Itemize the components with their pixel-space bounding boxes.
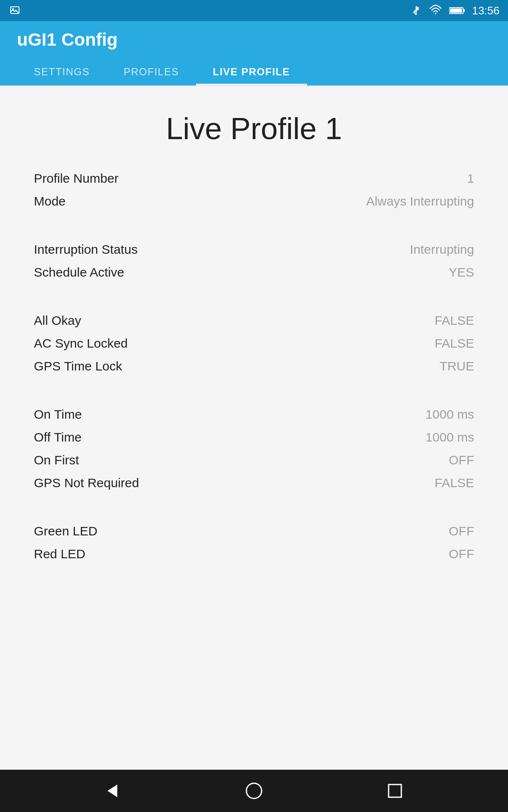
table-row: On Time 1000 ms	[25, 403, 483, 426]
green-led-value: OFF	[449, 524, 474, 538]
table-row: Green LED OFF	[25, 520, 483, 543]
status-bar-right: 13:56	[410, 4, 500, 17]
tab-live-profile[interactable]: LIVE PROFILE	[196, 58, 307, 85]
tabs-container: SETTINGS PROFILES LIVE PROFILE	[17, 58, 491, 85]
status-bar-left	[8, 5, 21, 16]
profile-section-3: All Okay FALSE AC Sync Locked FALSE GPS …	[25, 309, 483, 378]
table-row: Profile Number 1	[25, 167, 483, 190]
table-row: AC Sync Locked FALSE	[25, 332, 483, 355]
red-led-value: OFF	[449, 547, 474, 561]
svg-point-7	[246, 783, 262, 798]
all-okay-label: All Okay	[34, 313, 81, 328]
main-content: Live Profile 1 Profile Number 1 Mode Alw…	[0, 86, 508, 770]
gps-not-required-value: FALSE	[435, 476, 474, 490]
status-time: 13:56	[472, 4, 500, 17]
table-row: Mode Always Interrupting	[25, 190, 483, 213]
wifi-icon	[429, 5, 442, 16]
battery-icon	[449, 5, 465, 16]
svg-rect-5	[450, 8, 462, 13]
tab-profiles[interactable]: PROFILES	[107, 58, 196, 85]
recents-button[interactable]	[382, 778, 408, 804]
table-row: Off Time 1000 ms	[25, 426, 483, 449]
interruption-status-value: Interrupting	[410, 242, 474, 257]
profile-section-5: Green LED OFF Red LED OFF	[25, 520, 483, 565]
bluetooth-icon	[410, 5, 422, 16]
table-row: Interruption Status Interrupting	[25, 238, 483, 261]
all-okay-value: FALSE	[435, 313, 474, 328]
recents-icon	[384, 780, 406, 801]
profile-number-value: 1	[467, 171, 474, 186]
section-divider	[25, 296, 483, 309]
section-divider	[25, 390, 483, 403]
gallery-icon	[8, 5, 21, 16]
off-time-value: 1000 ms	[425, 430, 474, 444]
svg-marker-6	[108, 785, 117, 797]
green-led-label: Green LED	[34, 524, 97, 538]
mode-value: Always Interrupting	[366, 194, 474, 208]
back-button[interactable]	[100, 778, 126, 804]
section-divider	[25, 507, 483, 520]
table-row: GPS Time Lock TRUE	[25, 355, 483, 378]
on-first-label: On First	[34, 453, 79, 467]
ac-sync-locked-label: AC Sync Locked	[34, 336, 128, 351]
schedule-active-label: Schedule Active	[34, 265, 124, 280]
app-bar: uGI1 Config SETTINGS PROFILES LIVE PROFI…	[0, 21, 508, 85]
status-bar: 13:56	[0, 0, 508, 21]
back-icon	[102, 780, 124, 801]
page-title: Live Profile 1	[25, 111, 483, 146]
table-row: Red LED OFF	[25, 543, 483, 565]
home-button[interactable]	[241, 778, 267, 804]
gps-time-lock-value: TRUE	[439, 359, 474, 373]
profile-section-2: Interruption Status Interrupting Schedul…	[25, 238, 483, 284]
section-divider	[25, 225, 483, 238]
interruption-status-label: Interruption Status	[34, 242, 138, 257]
gps-not-required-label: GPS Not Required	[34, 476, 139, 490]
svg-point-2	[435, 13, 436, 14]
gps-time-lock-label: GPS Time Lock	[34, 359, 122, 373]
on-time-value: 1000 ms	[425, 407, 474, 422]
table-row: On First OFF	[25, 449, 483, 472]
app-title: uGI1 Config	[17, 30, 491, 50]
off-time-label: Off Time	[34, 430, 82, 444]
profile-section-1: Profile Number 1 Mode Always Interruptin…	[25, 167, 483, 213]
schedule-active-value: YES	[449, 265, 474, 280]
svg-rect-8	[389, 785, 401, 797]
tab-settings[interactable]: SETTINGS	[17, 58, 107, 85]
profile-section-4: On Time 1000 ms Off Time 1000 ms On Firs…	[25, 403, 483, 494]
table-row: GPS Not Required FALSE	[25, 472, 483, 494]
table-row: All Okay FALSE	[25, 309, 483, 332]
mode-label: Mode	[34, 194, 66, 208]
on-time-label: On Time	[34, 407, 82, 422]
svg-rect-4	[463, 9, 465, 12]
bottom-nav	[0, 770, 508, 812]
home-icon	[243, 780, 265, 801]
red-led-label: Red LED	[34, 547, 86, 561]
on-first-value: OFF	[449, 453, 474, 467]
ac-sync-locked-value: FALSE	[435, 336, 474, 351]
table-row: Schedule Active YES	[25, 261, 483, 284]
profile-number-label: Profile Number	[34, 171, 119, 186]
